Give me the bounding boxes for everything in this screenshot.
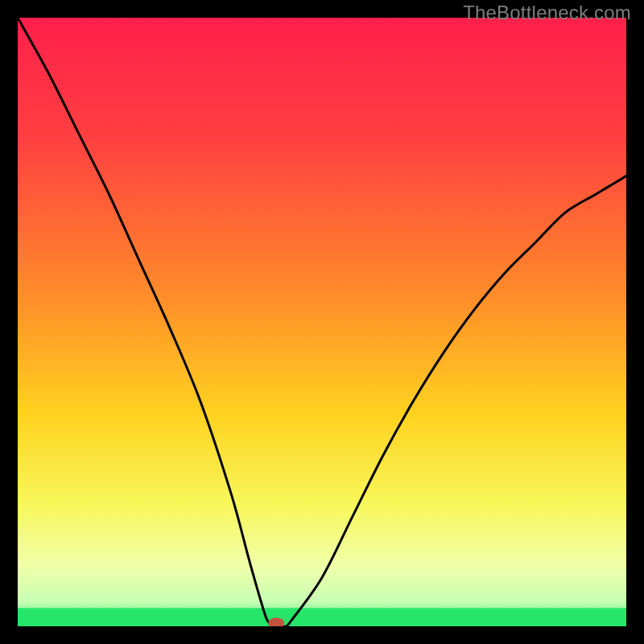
- chart-background: [18, 18, 626, 626]
- chart-frame: [18, 18, 626, 626]
- bottleneck-chart: [18, 18, 626, 626]
- watermark-text: TheBottleneck.com: [463, 2, 631, 24]
- green-band: [18, 608, 626, 626]
